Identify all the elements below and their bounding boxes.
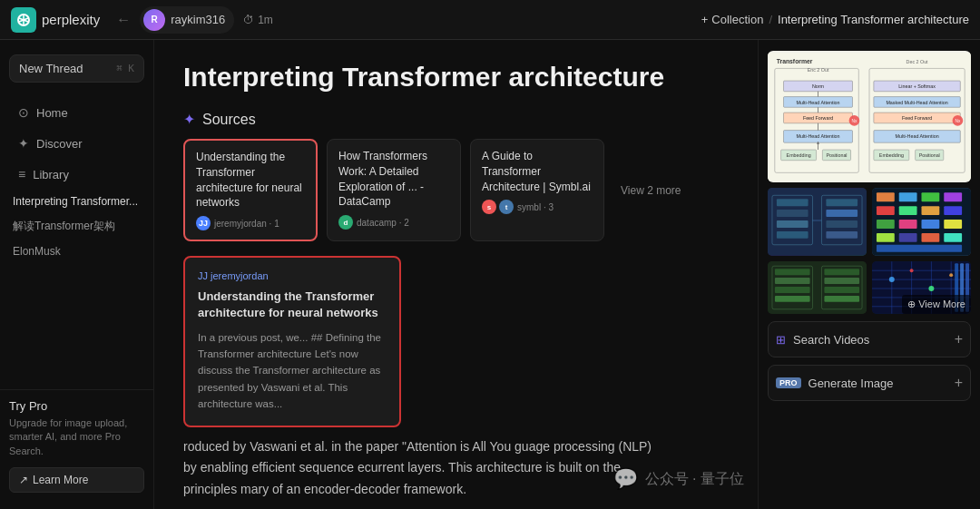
- sources-grid: Understanding the Transformer architectu…: [183, 139, 729, 241]
- source-dot-1: JJ: [196, 216, 211, 230]
- time-indicator: ⏱ 1m: [243, 14, 273, 26]
- svg-text:Masked Multi-Head Attention: Masked Multi-Head Attention: [886, 100, 947, 105]
- svg-rect-66: [944, 220, 962, 229]
- content-body: roduced by Vaswani et al. in the paper "…: [183, 436, 655, 509]
- source-dot-3b: t: [499, 200, 514, 214]
- svg-rect-56: [899, 192, 917, 201]
- svg-point-95: [928, 286, 934, 291]
- svg-rect-55: [877, 192, 895, 201]
- svg-rect-59: [877, 206, 895, 215]
- source-domain-1: jeremyjordan · 1: [214, 219, 279, 229]
- source-meta-2: d datacamp · 2: [338, 215, 449, 230]
- source-card-3[interactable]: A Guide to Transformer Architecture | Sy…: [470, 139, 604, 241]
- svg-point-93: [889, 277, 895, 282]
- popup-title: Understanding the Transformer architectu…: [198, 289, 387, 321]
- source-card-2[interactable]: How Transformers Work: A Detailed Explor…: [327, 139, 461, 241]
- new-thread-button[interactable]: New Thread ⌘ K: [9, 54, 144, 83]
- try-pro-description: Upgrade for image upload, smarter AI, an…: [9, 416, 144, 458]
- svg-rect-62: [944, 206, 962, 215]
- svg-rect-51: [826, 220, 858, 228]
- thread-item-1[interactable]: Interpreting Transformer...: [0, 190, 153, 213]
- transformer-diagram-image[interactable]: Transformer Embedding Positional Multi-H…: [768, 51, 971, 182]
- image-row-1: [768, 188, 971, 256]
- generate-image-left: PRO Generate Image: [776, 377, 893, 390]
- svg-text:Linear + Softmax: Linear + Softmax: [898, 83, 936, 89]
- popup-card-container: JJ jeremyjordan Understanding the Transf…: [183, 256, 729, 426]
- main-layout: New Thread ⌘ K ⊙ Home ✦ Discover ≡ Libra…: [0, 40, 980, 509]
- learn-more-button[interactable]: ↗ Learn More: [9, 467, 144, 493]
- time-ago: 1m: [258, 14, 273, 26]
- svg-rect-60: [899, 206, 917, 215]
- back-arrow[interactable]: ←: [116, 12, 131, 28]
- svg-text:Multi-Head Attention: Multi-Head Attention: [796, 133, 839, 139]
- svg-text:Norm: Norm: [812, 83, 825, 89]
- image-row-2: ⊕ View More: [768, 261, 971, 314]
- pro-badge-icon: PRO: [776, 377, 801, 388]
- source-domain-2: datacamp · 2: [357, 218, 409, 228]
- library-icon: ≡: [18, 167, 25, 181]
- svg-text:Nx: Nx: [955, 119, 961, 123]
- svg-rect-52: [826, 231, 858, 239]
- thumb-svg-1: [768, 188, 867, 256]
- logo-icon: [11, 7, 36, 33]
- grid-icon: ⊞: [776, 333, 786, 347]
- user-badge[interactable]: R raykim316: [140, 6, 234, 34]
- svg-text:Dec 2 Out: Dec 2 Out: [906, 59, 929, 64]
- sources-header: ✦ Sources: [183, 111, 729, 128]
- svg-rect-61: [922, 206, 940, 215]
- thumb-image-3[interactable]: [768, 261, 867, 314]
- search-videos-action[interactable]: ⊞ Search Videos +: [768, 321, 971, 357]
- home-icon: ⊙: [18, 105, 29, 120]
- svg-point-94: [910, 269, 914, 272]
- svg-rect-69: [922, 233, 940, 242]
- username: raykim316: [171, 13, 225, 26]
- svg-text:Positional: Positional: [919, 152, 940, 158]
- sidebar-item-discover[interactable]: ✦ Discover: [5, 129, 148, 158]
- view-more-sources[interactable]: View 2 more: [621, 139, 681, 241]
- sidebar: New Thread ⌘ K ⊙ Home ✦ Discover ≡ Libra…: [0, 40, 154, 509]
- popup-user: JJ jeremyjordan: [198, 270, 387, 281]
- thread-item-3[interactable]: ElonMusk: [0, 240, 153, 263]
- thumb-svg-2: [872, 188, 971, 256]
- svg-rect-71: [877, 245, 962, 252]
- svg-rect-67: [877, 233, 895, 242]
- sidebar-item-library[interactable]: ≡ Library: [5, 160, 148, 189]
- generate-image-action[interactable]: PRO Generate Image +: [768, 365, 971, 401]
- logo-text: perplexity: [42, 12, 100, 27]
- thumb-image-1[interactable]: [768, 188, 867, 256]
- page-title: Interpreting Transformer architecture: [183, 62, 729, 93]
- logo[interactable]: perplexity: [11, 7, 100, 33]
- thread-item-2[interactable]: 解读Transformer架构: [0, 213, 153, 240]
- svg-rect-48: [777, 231, 808, 239]
- avatar: R: [143, 9, 165, 31]
- generate-image-label: Generate Image: [808, 377, 894, 390]
- collection-label: Collection: [711, 13, 763, 26]
- svg-rect-46: [777, 210, 808, 217]
- source-meta-3: s t symbl · 3: [482, 200, 593, 214]
- source-card-1[interactable]: Understanding the Transformer architectu…: [183, 139, 318, 241]
- source-title-1: Understanding the Transformer architectu…: [196, 150, 305, 210]
- svg-rect-81: [824, 287, 859, 293]
- thumb-image-4[interactable]: ⊕ View More: [872, 261, 971, 314]
- plus-icon: +: [701, 13, 709, 26]
- kbd-shortcut: ⌘ K: [116, 63, 134, 74]
- svg-rect-64: [899, 220, 917, 229]
- svg-text:Positional: Positional: [826, 152, 847, 158]
- sidebar-item-home[interactable]: ⊙ Home: [5, 98, 148, 127]
- thumb-image-2[interactable]: [872, 188, 971, 256]
- collection-link[interactable]: + Collection: [701, 13, 764, 26]
- svg-point-96: [949, 273, 953, 277]
- svg-text:Feed Forward: Feed Forward: [902, 115, 932, 121]
- svg-rect-65: [922, 220, 940, 229]
- source-popup-card[interactable]: JJ jeremyjordan Understanding the Transf…: [183, 256, 401, 426]
- learn-more-label: Learn More: [33, 474, 88, 486]
- view-more-overlay[interactable]: ⊕ View More: [902, 295, 971, 314]
- search-videos-plus-icon: +: [955, 331, 963, 347]
- svg-rect-68: [899, 233, 917, 242]
- svg-rect-50: [826, 210, 858, 217]
- source-meta-1: JJ jeremyjordan · 1: [196, 216, 305, 230]
- svg-text:Enc 2 Out: Enc 2 Out: [808, 67, 829, 73]
- svg-text:Feed Forward: Feed Forward: [803, 115, 833, 121]
- discover-icon: ✦: [18, 136, 29, 151]
- transformer-svg: Transformer Embedding Positional Multi-H…: [768, 51, 971, 182]
